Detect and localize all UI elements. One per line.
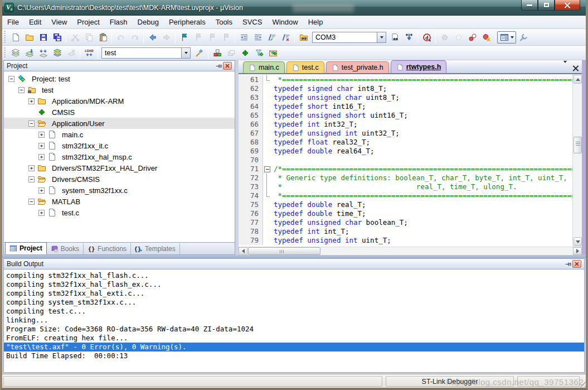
uncomment-selection-button[interactable] — [279, 31, 293, 44]
tree-item-test-c[interactable]: +test.c — [4, 207, 235, 218]
menu-debug[interactable]: Debug — [133, 16, 164, 28]
scroll-left-button[interactable] — [239, 247, 247, 255]
target-select[interactable]: test — [101, 47, 191, 59]
title-bar[interactable]: Vs C:\Users\Administrator\Desktop\test\t… — [0, 0, 588, 16]
vertical-scroll-thumb[interactable] — [574, 137, 582, 153]
restore-button[interactable] — [538, 0, 555, 11]
code-line-66[interactable]: 66typedef int int32_T; — [239, 120, 572, 129]
scroll-up-button[interactable] — [574, 75, 582, 84]
code-line-77[interactable]: 77typedef unsigned char boolean_T; — [239, 218, 572, 227]
unindent-button[interactable] — [237, 31, 251, 44]
build-button[interactable] — [22, 47, 36, 59]
comment-selection-button[interactable] — [265, 31, 279, 44]
configure-button[interactable] — [516, 31, 530, 44]
build-output-line[interactable]: "test\test.axf" - 0 Error(s), 0 Warning(… — [4, 343, 584, 352]
manage-rte-button[interactable] — [238, 47, 252, 59]
expander-expanded[interactable]: − — [8, 76, 14, 82]
close-button[interactable] — [555, 0, 580, 11]
build-output-line[interactable]: compiling stm32f1xx_hal_exti.c... — [4, 289, 584, 298]
toolbar-grip[interactable] — [3, 31, 7, 44]
editor-tab-test-private-h[interactable]: test_private.h — [326, 61, 389, 73]
build-output-line[interactable]: compiling system_stm32f1xx.c... — [4, 298, 584, 307]
find-button[interactable] — [388, 31, 402, 44]
tree-item-project-test[interactable]: −Project: test — [4, 73, 235, 84]
code-line-69[interactable]: 69typedef double real64_T; — [239, 147, 572, 156]
com-port-select-dropdown-button[interactable] — [377, 32, 386, 42]
code-line-68[interactable]: 68typedef float real32_T; — [239, 138, 572, 147]
panel-tab-templates[interactable]: Templates — [131, 243, 180, 254]
cut-button[interactable] — [68, 31, 82, 44]
code-line-74[interactable]: 74 *====================================… — [239, 191, 572, 200]
tree-item-drivers-cmsis[interactable]: −Drivers/CMSIS — [4, 174, 235, 185]
code-line-61[interactable]: 61 *====================================… — [239, 75, 572, 84]
code-line-63[interactable]: 63typedef unsigned char uint8_T; — [239, 93, 572, 102]
tree-item-stm32f1xx-hal-msp-c[interactable]: +stm32f1xx_hal_msp.c — [4, 151, 235, 162]
menu-peripherals[interactable]: Peripherals — [164, 16, 211, 28]
insert-remove-breakpoint-button[interactable] — [465, 31, 479, 44]
enable-disable-tracepoint-button[interactable] — [451, 31, 465, 44]
tree-item-drivers-stm32f1xx-hal-driver[interactable]: +Drivers/STM32F1xx_HAL_Driver — [4, 162, 235, 174]
menu-view[interactable]: View — [46, 16, 72, 28]
paste-button[interactable] — [96, 31, 110, 44]
pack-installer-button[interactable] — [266, 47, 280, 59]
tree-item-system-stm32f1xx-c[interactable]: +system_stm32f1xx.c — [4, 185, 235, 196]
close-panel-button[interactable] — [223, 62, 232, 70]
next-bookmark-button[interactable] — [205, 31, 219, 44]
code-line-78[interactable]: 78typedef int int_T; — [239, 227, 572, 236]
navigate-forward-button[interactable] — [159, 31, 173, 44]
target-options-button[interactable] — [192, 47, 206, 59]
start-stop-debug-button[interactable] — [420, 31, 434, 44]
select-software-packs-button[interactable] — [252, 47, 266, 59]
expander-expanded[interactable]: − — [28, 121, 35, 127]
kill-all-breakpoints-button[interactable] — [479, 31, 493, 44]
build-output-line[interactable]: Program Size: Code=3368 RO-data=356 RW-d… — [4, 325, 584, 334]
tree-item-cmsis[interactable]: CMSIS — [4, 107, 235, 118]
pin-output-button[interactable] — [563, 260, 572, 268]
com-port-select[interactable]: COM3 — [312, 32, 386, 43]
panel-tab-books[interactable]: Books — [47, 243, 84, 254]
close-document-button[interactable] — [572, 65, 579, 71]
code-line-75[interactable]: 75typedef double real_T; — [239, 200, 572, 209]
save-all-button[interactable] — [50, 31, 64, 44]
code-line-70[interactable]: 70 — [239, 156, 572, 165]
expander-collapsed[interactable]: + — [28, 98, 35, 104]
horizontal-scroll-thumb[interactable] — [248, 247, 320, 255]
menu-svcs[interactable]: SVCS — [237, 16, 267, 28]
new-file-button[interactable] — [8, 31, 22, 44]
previous-bookmark-button[interactable] — [191, 31, 205, 44]
scroll-down-button[interactable] — [574, 237, 582, 246]
editor-horizontal-scrollbar[interactable] — [239, 247, 582, 255]
scroll-right-button[interactable] — [573, 247, 582, 255]
editor-tab-test-c[interactable]: test.c — [286, 61, 324, 73]
tree-item-matlab[interactable]: −MATLAB — [4, 196, 235, 207]
build-output-line[interactable]: FromELF: creating hex file... — [4, 334, 584, 343]
editor-vertical-scrollbar[interactable] — [572, 74, 582, 247]
find-in-files-button[interactable] — [297, 31, 310, 44]
toolbar-grip[interactable] — [3, 47, 7, 59]
tree-item-application-user[interactable]: −Application/User — [4, 118, 235, 129]
rebuild-all-button[interactable] — [36, 47, 50, 59]
tree-item-stm32f1xx-it-c[interactable]: +stm32f1xx_it.c — [4, 140, 235, 151]
multi-project-workspace-button[interactable] — [224, 47, 238, 59]
tree-item-application-mdk-arm[interactable]: +Application/MDK-ARM — [4, 95, 235, 107]
code-area[interactable]: 61 *====================================… — [239, 74, 582, 247]
download-button[interactable] — [82, 47, 96, 59]
menu-window[interactable]: Window — [267, 16, 303, 28]
code-line-64[interactable]: 64typedef short int16_T; — [239, 102, 572, 111]
build-output-line[interactable]: Build Time Elapsed: 00:00:13 — [4, 352, 584, 360]
indent-button[interactable] — [251, 31, 265, 44]
undo-button[interactable] — [114, 31, 128, 44]
panel-tab-project[interactable]: Project — [5, 242, 47, 254]
fold-margin[interactable] — [263, 165, 271, 174]
expander-expanded[interactable]: − — [28, 199, 35, 205]
toggle-bookmark-button[interactable] — [177, 31, 191, 44]
stop-build-button[interactable] — [64, 47, 78, 59]
expander-collapsed[interactable]: + — [38, 210, 45, 216]
expander-collapsed[interactable]: + — [38, 143, 45, 149]
build-output-line[interactable]: linking... — [4, 316, 584, 325]
expander-collapsed[interactable]: + — [28, 165, 35, 171]
close-output-button[interactable] — [572, 260, 581, 268]
build-output-line[interactable]: compiling stm32f1xx_hal_flash.c... — [4, 271, 584, 280]
menu-help[interactable]: Help — [303, 16, 328, 28]
menu-file[interactable]: File — [2, 16, 24, 28]
